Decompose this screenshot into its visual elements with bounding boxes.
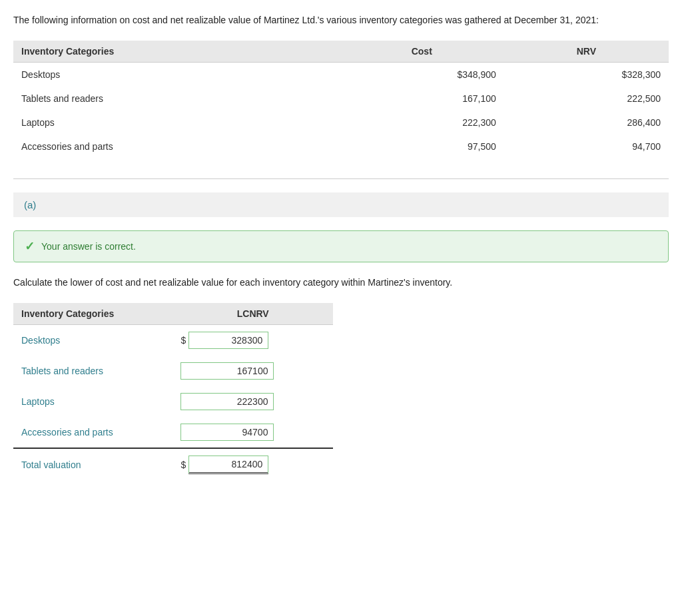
- col-header-nrv: NRV: [504, 41, 669, 63]
- lcnrv-input-laptops[interactable]: [180, 393, 274, 410]
- dollar-sign-total: $: [180, 460, 186, 470]
- total-label: Total valuation: [13, 448, 172, 481]
- table-row: Accessories and parts 97,500 94,700: [13, 135, 669, 158]
- category-tablets: Tablets and readers: [13, 87, 340, 111]
- answer-row-desktops: Desktops $: [13, 325, 333, 356]
- correct-text: Your answer is correct.: [41, 241, 136, 252]
- correct-banner: ✓ Your answer is correct.: [13, 230, 669, 262]
- category-laptops: Laptops: [13, 111, 340, 135]
- answer-input-cell-desktops: $: [172, 325, 333, 356]
- answer-row-total: Total valuation $: [13, 448, 333, 481]
- answer-table: Inventory Categories LCNRV Desktops $ Ta…: [13, 303, 333, 481]
- answer-row-laptops: Laptops: [13, 386, 333, 417]
- answer-row-accessories: Accessories and parts: [13, 417, 333, 448]
- section-divider: [13, 178, 669, 179]
- category-accessories: Accessories and parts: [13, 135, 340, 158]
- answer-col-header-lcnrv: LCNRV: [172, 303, 333, 325]
- lcnrv-input-tablets[interactable]: [180, 362, 274, 380]
- intro-text: The following information on cost and ne…: [13, 13, 669, 27]
- cost-laptops: 222,300: [340, 111, 504, 135]
- section-label-bar: (a): [13, 192, 669, 217]
- answer-category-tablets: Tablets and readers: [13, 356, 172, 386]
- instruction-text: Calculate the lower of cost and net real…: [13, 276, 669, 290]
- answer-input-cell-laptops: [172, 386, 333, 417]
- nrv-accessories: 94,700: [504, 135, 669, 158]
- checkmark-icon: ✓: [25, 239, 35, 254]
- col-header-category: Inventory Categories: [13, 41, 340, 63]
- answer-category-accessories: Accessories and parts: [13, 417, 172, 448]
- cost-tablets: 167,100: [340, 87, 504, 111]
- answer-row-tablets: Tablets and readers: [13, 356, 333, 386]
- nrv-laptops: 286,400: [504, 111, 669, 135]
- category-desktops: Desktops: [13, 63, 340, 87]
- answer-category-desktops: Desktops: [13, 325, 172, 356]
- nrv-tablets: 222,500: [504, 87, 669, 111]
- col-header-cost: Cost: [340, 41, 504, 63]
- answer-category-laptops: Laptops: [13, 386, 172, 417]
- dollar-sign-desktops: $: [180, 335, 186, 346]
- table-row: Desktops $348,900 $328,300: [13, 63, 669, 87]
- section-label: (a): [24, 199, 36, 210]
- answer-col-header-category: Inventory Categories: [13, 303, 172, 325]
- cost-accessories: 97,500: [340, 135, 504, 158]
- cost-desktops: $348,900: [340, 63, 504, 87]
- total-input-cell: $: [172, 448, 333, 481]
- table-row: Laptops 222,300 286,400: [13, 111, 669, 135]
- answer-input-cell-accessories: [172, 417, 333, 448]
- lcnrv-input-desktops[interactable]: [188, 332, 268, 349]
- nrv-desktops: $328,300: [504, 63, 669, 87]
- reference-table: Inventory Categories Cost NRV Desktops $…: [13, 41, 669, 158]
- table-row: Tablets and readers 167,100 222,500: [13, 87, 669, 111]
- lcnrv-input-total[interactable]: [188, 456, 268, 474]
- lcnrv-input-accessories[interactable]: [180, 424, 274, 441]
- answer-input-cell-tablets: [172, 356, 333, 386]
